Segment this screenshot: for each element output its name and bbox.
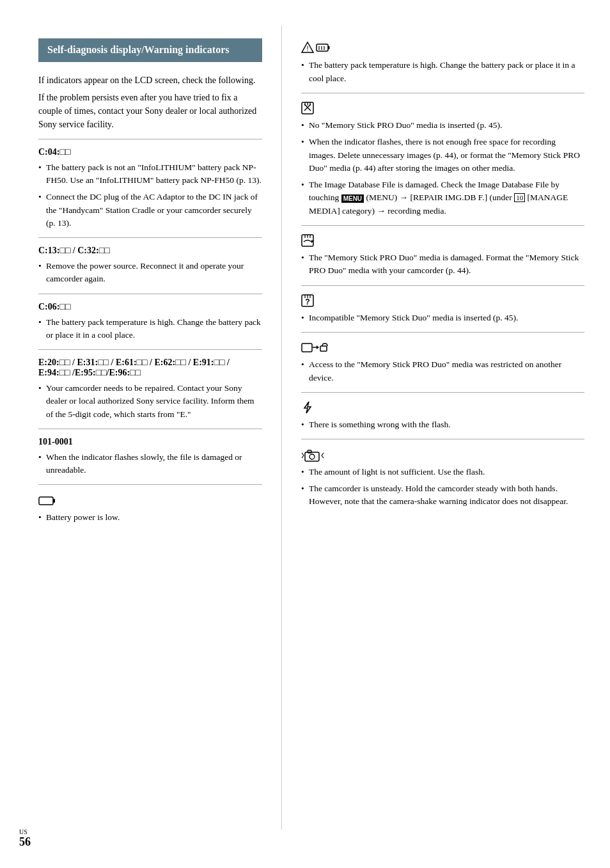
code-section-101: 101-0001 When the indicator flashes slow… [38, 437, 262, 477]
page-number: 56 [19, 835, 31, 848]
list-item: Battery power is low. [38, 511, 262, 524]
page-number-label: US [19, 828, 31, 835]
list-item: Access to the "Memory Stick PRO Duo" med… [301, 358, 584, 384]
svg-rect-0 [39, 497, 53, 505]
battery-low-icon [38, 493, 262, 507]
bullet-list-no-memory: No "Memory Stick PRO Duo" media is inser… [301, 119, 584, 217]
right-column: ! The battery pack temperature is high. … [281, 26, 610, 830]
svg-rect-25 [302, 343, 312, 352]
no-memory-icon [301, 101, 584, 115]
divider [38, 139, 262, 139]
code-section-c06: C:06:□□ The battery pack temperature is … [38, 302, 262, 342]
list-item: The Image Database File is damaged. Chec… [301, 178, 584, 217]
damaged-memory-icon [301, 233, 584, 248]
list-item: No "Memory Stick PRO Duo" media is inser… [301, 119, 584, 132]
svg-text:?: ? [305, 297, 309, 306]
divider [301, 439, 584, 439]
svg-rect-30 [305, 452, 319, 461]
menu-badge: MENU [341, 194, 364, 203]
svg-line-34 [302, 455, 304, 458]
section-incompatible-memory: ? Incompatible "Memory Stick Duo" media … [301, 294, 584, 325]
bullet-list-c06: The battery pack temperature is high. Ch… [38, 316, 262, 342]
svg-marker-27 [317, 345, 319, 349]
bullet-list-battery-low: Battery power is low. [38, 511, 262, 524]
bullet-list-camera-shake: The amount of light is not sufficient. U… [301, 466, 584, 509]
restricted-icon [301, 340, 584, 354]
divider [38, 349, 262, 350]
list-item: The camcorder is unsteady. Hold the camc… [301, 482, 584, 509]
svg-rect-4 [317, 44, 328, 51]
bullet-list-ecodes: Your camcorder needs to be repaired. Con… [38, 382, 262, 421]
svg-marker-29 [304, 402, 311, 413]
svg-rect-28 [320, 346, 327, 351]
list-item: When the indicator flashes, there is not… [301, 136, 584, 175]
section-no-memory: No "Memory Stick PRO Duo" media is inser… [301, 101, 584, 217]
code-section-ecodes: E:20:□□ / E:31:□□ / E:61:□□ / E:62:□□ / … [38, 358, 262, 421]
code-section-battery-low: Battery power is low. [38, 493, 262, 524]
list-item: The "Memory Stick PRO Duo" media is dama… [301, 251, 584, 278]
list-item: The battery pack temperature is high. Ch… [301, 59, 584, 85]
list-item: There is something wrong with the flash. [301, 418, 584, 431]
svg-rect-32 [308, 450, 311, 453]
page: Self-diagnosis display/Warning indicator… [0, 0, 610, 868]
bullet-list-warning-battery: The battery pack temperature is high. Ch… [301, 59, 584, 85]
code-heading-c04: C:04:□□ [38, 147, 262, 157]
section-damaged-memory: The "Memory Stick PRO Duo" media is dama… [301, 233, 584, 278]
section-warning-battery: ! The battery pack temperature is high. … [301, 41, 584, 85]
section-title: Self-diagnosis display/Warning indicator… [38, 38, 262, 62]
divider [301, 332, 584, 333]
flash-icon [301, 400, 584, 414]
list-item: The battery pack temperature is high. Ch… [38, 316, 262, 342]
incompatible-memory-icon: ? [301, 294, 584, 308]
divider [38, 237, 262, 238]
divider [38, 484, 262, 485]
list-item: When the indicator flashes slowly, the f… [38, 451, 262, 477]
svg-line-33 [302, 453, 304, 455]
code-section-c13: C:13:□□ / C:32:□□ Remove the power sourc… [38, 246, 262, 286]
left-column: Self-diagnosis display/Warning indicator… [0, 26, 281, 830]
list-item: Remove the power source. Reconnect it an… [38, 260, 262, 286]
list-item: Incompatible "Memory Stick Duo" media is… [301, 312, 584, 324]
svg-point-31 [309, 454, 315, 459]
warning-battery-icon: ! [301, 41, 584, 55]
bullet-list-c13: Remove the power source. Reconnect it an… [38, 260, 262, 286]
svg-rect-5 [328, 46, 330, 49]
intro-paragraph-1: If indicators appear on the LCD screen, … [38, 74, 262, 87]
code-heading-c13: C:13:□□ / C:32:□□ [38, 246, 262, 256]
divider [301, 225, 584, 226]
bullet-list-damaged-memory: The "Memory Stick PRO Duo" media is dama… [301, 251, 584, 278]
intro-paragraph-2: If the problem persists even after you h… [38, 91, 262, 131]
divider [38, 294, 262, 294]
list-item: The amount of light is not sufficient. U… [301, 466, 584, 478]
list-item: Your camcorder needs to be repaired. Con… [38, 382, 262, 421]
divider [301, 392, 584, 393]
list-item: Connect the DC plug of the AC Adaptor to… [38, 191, 262, 230]
bullet-list-c04: The battery pack is not an "InfoLITHIUM"… [38, 161, 262, 230]
bullet-list-restricted: Access to the "Memory Stick PRO Duo" med… [301, 358, 584, 384]
section-flash-error: There is something wrong with the flash. [301, 400, 584, 432]
svg-line-36 [322, 455, 324, 458]
page-number-area: US 56 [19, 828, 31, 849]
bullet-list-incompatible-memory: Incompatible "Memory Stick Duo" media is… [301, 312, 584, 324]
manage-media-badge: 10 [514, 193, 525, 202]
section-restricted: Access to the "Memory Stick PRO Duo" med… [301, 340, 584, 384]
bullet-list-flash-error: There is something wrong with the flash. [301, 418, 584, 431]
divider [301, 93, 584, 93]
code-heading-ecodes: E:20:□□ / E:31:□□ / E:61:□□ / E:62:□□ / … [38, 358, 262, 378]
list-item: The battery pack is not an "InfoLITHIUM"… [38, 161, 262, 187]
divider [38, 429, 262, 429]
svg-line-35 [322, 453, 324, 455]
code-heading-101: 101-0001 [38, 437, 262, 447]
code-section-c04: C:04:□□ The battery pack is not an "Info… [38, 147, 262, 230]
divider [301, 285, 584, 286]
bullet-list-101: When the indicator flashes slowly, the f… [38, 451, 262, 477]
code-heading-c06: C:06:□□ [38, 302, 262, 312]
svg-rect-1 [53, 499, 55, 503]
section-camera-shake: The amount of light is not sufficient. U… [301, 447, 584, 508]
svg-text:!: ! [306, 45, 308, 52]
camera-shake-icon [301, 447, 584, 461]
